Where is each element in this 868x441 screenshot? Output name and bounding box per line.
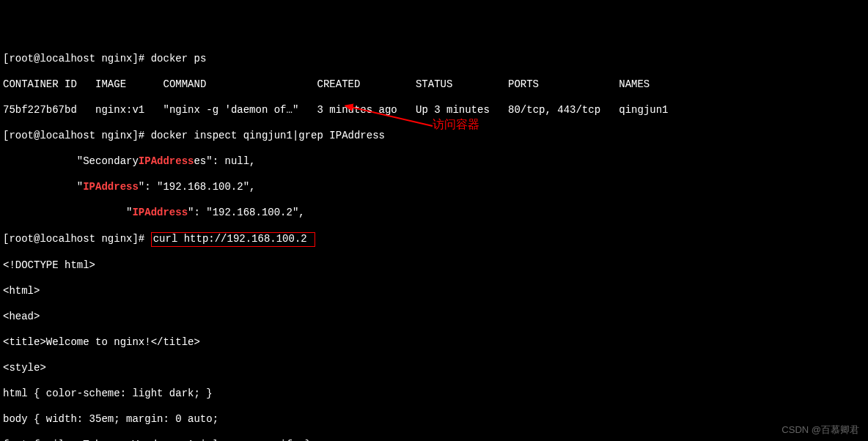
curl-output: <style> [3, 362, 865, 375]
curl-output: <html> [3, 285, 865, 298]
bracket-close: ]# [132, 53, 144, 64]
curl-output: <head> [3, 311, 865, 324]
curl-output: html { color-scheme: light dark; } [3, 388, 865, 401]
prompt-line-3[interactable]: [root@localhost nginx]# curl http://192.… [3, 232, 865, 247]
prompt-line-1[interactable]: [root@localhost nginx]# docker ps [3, 53, 865, 66]
curl-output: <title>Welcome to nginx!</title> [3, 336, 865, 349]
watermark: CSDN @百慕卿君 [781, 424, 859, 436]
highlighted-command-box: curl http://192.168.100.2 [151, 232, 315, 247]
annotation-label: 访问容器 [433, 117, 479, 132]
inspect-output-3: "IPAddress": "192.168.100.2", [3, 207, 865, 220]
highlight-ipaddress: IPAddress [132, 207, 188, 218]
ps-header: CONTAINER ID IMAGE COMMAND CREATED STATU… [3, 78, 865, 92]
host: localhost [40, 53, 95, 64]
command-curl: curl http://192.168.100.2 [153, 233, 307, 245]
highlight-ipaddress: IPAddress [139, 155, 194, 167]
highlight-ipaddress: IPAddress [83, 181, 139, 193]
inspect-output-2: "IPAddress": "192.168.100.2", [3, 181, 865, 194]
inspect-output-1: "SecondaryIPAddresses": null, [3, 155, 865, 168]
command-docker-ps: docker ps [151, 53, 207, 64]
command-docker-inspect: docker inspect qingjun1|grep IPAddress [151, 130, 385, 141]
ps-row: 75bf227b67bd nginx:v1 "nginx -g 'daemon … [3, 104, 865, 117]
dir: nginx [101, 53, 132, 64]
user: root [9, 53, 34, 64]
curl-output: <!DOCTYPE html> [3, 259, 865, 273]
curl-output: body { width: 35em; margin: 0 auto; [3, 413, 865, 426]
